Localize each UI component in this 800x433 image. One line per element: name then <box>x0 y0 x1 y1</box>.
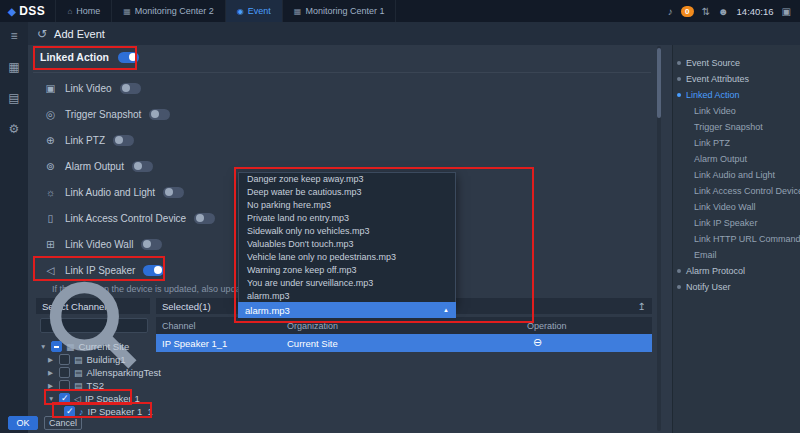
anchor-trigger-snapshot[interactable]: Trigger Snapshot <box>694 122 763 132</box>
ptz-icon: ⊕ <box>44 134 57 146</box>
monitor-icon: ▦ <box>123 7 131 16</box>
alarm-output-toggle[interactable] <box>132 161 153 172</box>
tab-label: Monitoring Center 1 <box>305 6 384 16</box>
dropdown-option[interactable]: Valuables Don't touch.mp3 <box>239 238 455 251</box>
dropdown-option[interactable]: Sidewalk only no vehicles.mp3 <box>239 225 455 238</box>
anchor-notify-user[interactable]: Notify User <box>686 282 731 292</box>
trigger-snapshot-row: ◎ Trigger Snapshot <box>44 106 170 122</box>
checkbox-current-site[interactable] <box>51 341 62 352</box>
checkbox-allensparkingtest[interactable] <box>59 367 70 378</box>
linked-action-toggle[interactable] <box>118 52 139 63</box>
chevron-down-icon[interactable]: ▼ <box>40 343 47 350</box>
audio-select-value: alarm.mp3 <box>245 305 290 316</box>
anchor-event-source[interactable]: Event Source <box>686 58 740 68</box>
anchor-dot <box>677 269 681 273</box>
checkbox-building1[interactable] <box>59 354 70 365</box>
dropdown-option[interactable]: Danger zone keep away.mp3 <box>239 173 455 186</box>
anchor-email[interactable]: Email <box>694 250 717 260</box>
dropdown-option[interactable]: Private land no entry.mp3 <box>239 212 455 225</box>
user-icon[interactable]: ☻ <box>718 6 729 17</box>
anchor-linked-action[interactable]: Linked Action <box>686 90 740 100</box>
link-video-toggle[interactable] <box>120 83 141 94</box>
chevron-right-icon[interactable]: ▶ <box>48 369 55 377</box>
anchor-link-ptz[interactable]: Link PTZ <box>694 138 730 148</box>
link-ptz-toggle[interactable] <box>113 135 134 146</box>
anchor-alarm-protocol[interactable]: Alarm Protocol <box>686 266 745 276</box>
dropdown-option[interactable]: No parking here.mp3 <box>239 199 455 212</box>
tree-label: AllensparkingTest <box>87 367 161 378</box>
tree-label: IP Speaker 1_1 <box>88 406 153 417</box>
dropdown-option[interactable]: Deep water be cautious.mp3 <box>239 186 455 199</box>
tree-row-ts2[interactable]: ▶ ▤ TS2 <box>48 379 104 392</box>
app-logo: ◆ DSS <box>0 4 55 18</box>
link-video-wall-row: ⊞ Link Video Wall <box>44 236 162 252</box>
rail-event-icon[interactable]: ▤ <box>8 91 19 105</box>
tab-event[interactable]: ◉ Event <box>225 0 282 22</box>
alarm-output-icon: ⊚ <box>44 160 57 172</box>
anchor-link-access-control-device[interactable]: Link Access Control Device <box>694 186 800 196</box>
link-label: Link PTZ <box>65 135 105 146</box>
fullscreen-icon[interactable]: ▣ <box>782 6 791 17</box>
network-icon[interactable]: ⇅ <box>702 6 710 17</box>
anchor-label: Trigger Snapshot <box>694 122 763 132</box>
anchor-label: Event Attributes <box>686 74 749 84</box>
dropdown-option[interactable]: Warning zone keep off.mp3 <box>239 264 455 277</box>
channel-search-box <box>40 318 148 333</box>
anchor-link-audio-and-light[interactable]: Link Audio and Light <box>694 170 775 180</box>
dropdown-option[interactable]: Vehicle lane only no pedestrians.mp3 <box>239 251 455 264</box>
rail-monitoring-icon[interactable]: ▦ <box>8 60 19 74</box>
building-icon: ▤ <box>74 355 83 365</box>
tree-row-allensparkingtest[interactable]: ▶ ▤ AllensparkingTest <box>48 366 161 379</box>
anchor-label: Link Audio and Light <box>694 170 775 180</box>
microphone-icon: ♪ <box>79 407 84 417</box>
chevron-right-icon[interactable]: ▶ <box>48 356 55 364</box>
export-icon[interactable]: ↥ <box>638 301 646 312</box>
anchor-link-video[interactable]: Link Video <box>694 106 736 116</box>
checkbox-ip-speaker-1[interactable] <box>59 393 70 404</box>
anchor-label: Link PTZ <box>694 138 730 148</box>
snapshot-icon: ◎ <box>44 108 57 120</box>
back-icon[interactable]: ↺ <box>37 27 47 41</box>
link-access-control-toggle[interactable] <box>194 213 215 224</box>
tree-row-current-site[interactable]: ▼ ▦ Current Site <box>40 340 129 353</box>
anchor-link-ip-speaker[interactable]: Link IP Speaker <box>694 218 757 228</box>
dropdown-option[interactable]: You are under surveillance.mp3 <box>239 277 455 290</box>
scrollbar-thumb[interactable] <box>657 48 661 118</box>
caret-up-icon: ▲ <box>443 307 449 313</box>
logo-icon: ◆ <box>8 6 16 17</box>
anchor-link-http-url-command[interactable]: Link HTTP URL Command <box>694 234 800 244</box>
tab-monitoring-center-1[interactable]: ▦ Monitoring Center 1 <box>282 0 397 22</box>
link-video-row: ▣ Link Video <box>44 80 141 96</box>
alarm-sound-icon[interactable]: ♪ <box>668 6 673 17</box>
selected-title: Selected(1) <box>162 301 211 312</box>
tab-monitoring-center-2[interactable]: ▦ Monitoring Center 2 <box>111 0 225 22</box>
link-video-wall-toggle[interactable] <box>141 239 162 250</box>
home-icon: ⌂ <box>67 7 72 16</box>
chevron-right-icon[interactable]: ▶ <box>48 382 55 390</box>
tab-home[interactable]: ⌂ Home <box>55 0 111 22</box>
table-row-ip-speaker-1-1[interactable]: IP Speaker 1_1 Current Site ⊖ <box>156 334 652 352</box>
rail-config-icon[interactable]: ⚙ <box>9 122 20 136</box>
anchor-label: Event Source <box>686 58 740 68</box>
tree-row-building1[interactable]: ▶ ▤ Building1 <box>48 353 126 366</box>
audio-select-input[interactable]: alarm.mp3 ▲ <box>238 302 456 318</box>
tab-label: Home <box>76 6 100 16</box>
link-ip-speaker-toggle[interactable] <box>143 265 164 276</box>
chevron-down-icon[interactable]: ▼ <box>48 395 55 402</box>
trigger-snapshot-toggle[interactable] <box>149 109 170 120</box>
ok-button[interactable]: OK <box>8 416 38 430</box>
tree-row-ip-speaker-1[interactable]: ▼ ◁ IP Speaker 1 <box>48 392 140 405</box>
anchor-dot <box>677 77 681 81</box>
anchor-link-video-wall[interactable]: Link Video Wall <box>694 202 756 212</box>
link-audio-light-toggle[interactable] <box>163 187 184 198</box>
clock-time: 14:40:16 <box>737 6 774 17</box>
remove-icon[interactable]: ⊖ <box>533 336 542 349</box>
menu-icon[interactable]: ≡ <box>10 29 17 43</box>
anchor-event-attributes[interactable]: Event Attributes <box>686 74 749 84</box>
link-access-control-row: ▯ Link Access Control Device <box>44 210 215 226</box>
tab-label: Monitoring Center 2 <box>135 6 214 16</box>
cancel-button[interactable]: Cancel <box>44 416 82 430</box>
anchor-alarm-output[interactable]: Alarm Output <box>694 154 747 164</box>
cell-channel: IP Speaker 1_1 <box>162 338 227 349</box>
checkbox-ts2[interactable] <box>59 380 70 391</box>
